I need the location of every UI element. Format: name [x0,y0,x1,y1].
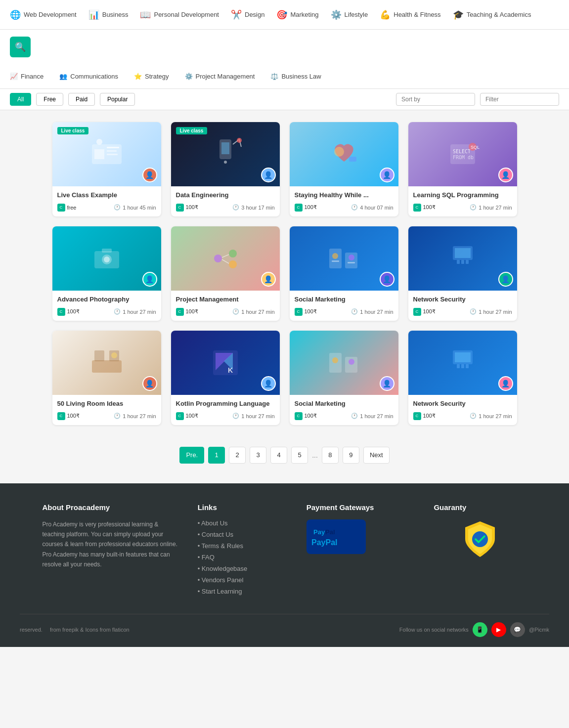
sub-navigation: 📈 Finance 👥 Communications ⭐ Strategy ⚙️… [0,64,569,89]
page-button-4[interactable]: 4 [270,447,287,464]
nav-item-health[interactable]: 💪 Health & Fitness [380,7,440,22]
course-grid: Live class 👤 Live Class Example C free 🕐 [43,110,527,437]
course-price: C 100₹ [413,412,436,420]
live-badge: Live class [176,127,208,134]
page-button-1[interactable]: 1 [208,447,225,464]
price-icon: C [57,412,65,420]
course-thumb: 👤 [52,226,161,291]
course-duration: 🕐 3 hour 17 min [232,204,274,211]
duration-value: 4 hour 07 min [360,205,393,211]
course-card-2[interactable]: Live class 👤 Data Engineering C 100₹ 🕐 [171,122,280,216]
course-info: 50 Living Room Ideas C 100₹ 🕐 1 hour 27 … [52,395,161,425]
sub-nav-finance[interactable]: 📈 Finance [10,73,44,80]
sort-input[interactable] [396,93,475,106]
footer-link-terms[interactable]: Terms & Rules [202,542,244,550]
search-icon: 🔍 [15,42,26,52]
filter-all-button[interactable]: All [10,93,31,106]
course-card-5[interactable]: 👤 Advanced Photography C 100₹ 🕐 1 hour 2… [52,226,161,321]
price-value: 100₹ [67,413,80,419]
footer-link-vendors[interactable]: Vendors Panel [202,576,244,584]
course-card-1[interactable]: Live class 👤 Live Class Example C free 🕐 [52,122,161,216]
svg-text:SQL: SQL [471,145,480,150]
svg-rect-34 [457,260,460,264]
prev-page-button[interactable]: Pre. [179,447,204,464]
svg-point-47 [332,357,338,363]
filter-popular-button[interactable]: Popular [100,93,135,106]
instructor-avatar: 👤 [261,376,276,391]
social-button-3[interactable]: 💬 [510,622,525,637]
course-card-8[interactable]: 👤 Network Security C 100₹ 🕐 1 hour 27 mi… [408,226,517,321]
price-value: 100₹ [186,204,198,211]
course-info: Network Security C 100₹ 🕐 1 hour 27 min [408,291,517,321]
clock-icon: 🕐 [114,413,121,420]
page-button-3[interactable]: 3 [250,447,266,464]
course-duration: 🕐 1 hour 27 min [470,204,512,211]
course-card-7[interactable]: 👤 Social Marketing C 100₹ 🕐 1 hour 27 mi… [290,226,398,321]
price-value: 100₹ [186,308,198,315]
course-card-6[interactable]: 👤 Project Management C 100₹ 🕐 1 hour 27 … [171,226,280,321]
instructor-avatar: 👤 [380,168,394,182]
design-icon: ✂️ [231,9,242,20]
footer-link-start-learning[interactable]: Start Learning [202,588,242,595]
duration-value: 1 hour 27 min [479,413,512,419]
footer-payment-title: Payment Gateways [306,503,418,512]
course-duration: 🕐 1 hour 27 min [114,413,156,420]
search-button[interactable]: 🔍 [10,37,31,57]
finance-icon: 📈 [10,73,18,80]
sub-nav-communications[interactable]: 👥 Communications [59,73,118,80]
svg-rect-4 [107,154,118,155]
svg-text:K: K [228,366,233,374]
page-button-5[interactable]: 5 [291,447,308,464]
page-button-2[interactable]: 2 [229,447,246,464]
footer-link-contact[interactable]: Contact Us [202,531,233,538]
footer-link-knowledgebase[interactable]: Knowledgebase [202,565,248,572]
course-card-12[interactable]: 👤 Network Security C 100₹ 🕐 1 hour 27 mi… [408,331,517,425]
nav-item-marketing[interactable]: 🎯 Marketing [276,7,318,22]
sub-nav-strategy[interactable]: ⭐ Strategy [134,73,169,80]
top-navigation: 🌐 Web Development 📊 Business 📖 Personal … [0,0,569,30]
course-thumb: 👤 [408,331,517,395]
svg-rect-51 [457,364,460,368]
nav-item-web-dev[interactable]: 🌐 Web Development [10,7,77,22]
footer-link-about-us[interactable]: About Us [201,519,227,527]
course-card-4[interactable]: SELECTFROM dbSQL 👤 Learning SQL Programm… [408,122,517,216]
price-icon: C [413,308,421,316]
footer-link-faq[interactable]: FAQ [202,554,215,561]
duration-value: 1 hour 27 min [241,309,274,315]
price-icon: C [176,204,184,212]
filter-paid-button[interactable]: Paid [68,93,95,106]
course-card-3[interactable]: 👤 Staying Healthy While ... C 100₹ 🕐 4 h… [290,122,398,216]
nav-item-business[interactable]: 📊 Business [88,7,129,22]
course-meta: C 100₹ 🕐 1 hour 27 min [413,308,512,316]
svg-point-5 [96,139,102,145]
course-title: Kotlin Programming Language [176,400,275,408]
nav-item-lifestyle[interactable]: ⚙️ Lifestyle [331,7,368,22]
nav-item-personal-dev[interactable]: 📖 Personal Development [140,7,219,22]
course-card-9[interactable]: 👤 50 Living Room Ideas C 100₹ 🕐 1 hour 2… [52,331,161,425]
course-thumb: 👤 [290,122,398,186]
nav-item-teaching[interactable]: 🎓 Teaching & Academics [453,7,531,22]
nav-item-design[interactable]: ✂️ Design [231,7,264,22]
next-page-button[interactable]: Next [363,447,390,464]
sub-nav-project-mgmt[interactable]: ⚙️ Project Management [185,73,255,80]
course-thumb: Live class 👤 [52,122,161,186]
filter-input[interactable] [480,93,559,106]
course-duration: 🕐 1 hour 27 min [351,308,393,315]
clock-icon: 🕐 [470,413,477,420]
youtube-button[interactable]: ▶ [491,622,506,637]
page-button-8[interactable]: 8 [322,447,339,464]
course-card-10[interactable]: K 👤 Kotlin Programming Language C 100₹ 🕐… [171,331,280,425]
page-button-9[interactable]: 9 [343,447,359,464]
duration-value: 3 hour 17 min [241,205,274,211]
filter-free-button[interactable]: Free [36,93,63,106]
course-duration: 🕐 1 hour 27 min [232,413,274,420]
sub-nav-business-law[interactable]: ⚖️ Business Law [270,73,321,80]
course-thumb: 👤 [52,331,161,395]
course-title: Data Engineering [176,191,275,200]
course-info: Kotlin Programming Language C 100₹ 🕐 1 h… [171,395,280,425]
svg-rect-37 [92,360,122,373]
course-card-11[interactable]: 👤 Social Marketing C 100₹ 🕐 1 hour 27 mi… [290,331,398,425]
footer-payment: Payment Gateways Pay Pal PayPal [306,503,418,599]
whatsapp-button[interactable]: 📱 [473,622,487,637]
clock-icon: 🕐 [351,204,358,211]
